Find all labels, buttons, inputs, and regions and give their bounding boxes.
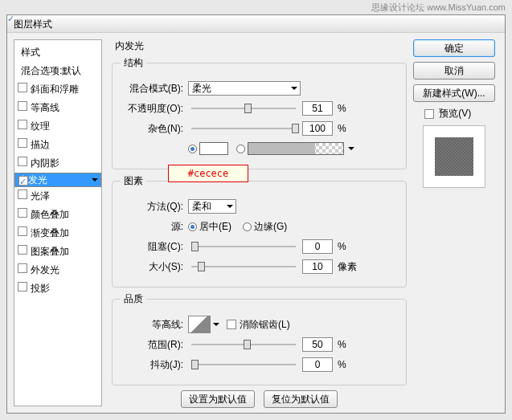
choke-slider[interactable] [191,246,296,247]
sidebar-checkbox[interactable] [18,120,27,129]
choke-input[interactable]: 0 [302,239,333,254]
color-callout: #cecece [168,165,248,182]
sidebar-item-2[interactable]: 纹理 [14,117,101,136]
sidebar-heading-blend[interactable]: 混合选项:默认 [14,62,101,80]
sidebar-item-label: 描边 [31,139,50,150]
titlebar: 图层样式 [7,15,505,33]
group-elements: 图素 方法(Q): 柔和 源: 居中(E) 边缘(G) 阻塞(C): 0 % [112,174,407,287]
sidebar-item-0[interactable]: 斜面和浮雕 [14,80,101,99]
sidebar-item-label: 投影 [31,283,50,294]
legend-quality: 品质 [121,292,146,306]
ok-button[interactable]: 确定 [413,39,495,57]
sidebar-checkbox[interactable] [18,83,27,92]
sidebar-checkbox[interactable] [18,176,28,186]
pct-unit: % [338,241,346,252]
pct-unit: % [338,359,346,370]
preview-box [423,125,485,188]
sidebar-checkbox[interactable] [18,208,27,218]
sidebar-checkbox[interactable] [18,226,27,236]
pct-unit: % [338,339,346,350]
sidebar-checkbox[interactable] [18,282,27,292]
gradient-picker[interactable] [248,142,344,155]
jitter-slider[interactable] [191,364,296,365]
sidebar-checkbox[interactable] [18,190,27,199]
styles-sidebar: 样式 混合选项:默认 斜面和浮雕等高线纹理描边内阴影内发光光泽颜色叠加渐变叠加图… [14,39,102,406]
source-edge-label[interactable]: 边缘(G) [254,220,287,234]
sidebar-item-5[interactable]: 内发光 [14,173,101,187]
source-center-label[interactable]: 居中(E) [199,220,231,234]
antialias-checkbox[interactable] [227,320,236,329]
sidebar-item-label: 渐变叠加 [31,227,69,239]
size-input[interactable]: 10 [302,259,333,274]
sidebar-item-9[interactable]: 图案叠加 [14,243,101,261]
size-label: 大小(S): [121,260,183,274]
sidebar-item-label: 颜色叠加 [31,209,69,220]
opacity-label: 不透明度(O): [121,102,183,116]
sidebar-heading-styles: 样式 [14,43,101,62]
sidebar-item-label: 纹理 [31,120,50,132]
sidebar-item-8[interactable]: 渐变叠加 [14,224,101,243]
right-panel: 确定 取消 新建样式(W)... 预览(V) [410,39,498,406]
source-label: 源: [121,220,183,234]
contour-label: 等高线: [121,318,183,332]
sidebar-item-label: 等高线 [31,102,59,113]
technique-label: 方法(Q): [121,200,183,214]
color-radio[interactable] [188,145,197,153]
sidebar-item-label: 内阴影 [31,157,59,169]
jitter-label: 抖动(J): [121,358,183,372]
size-slider[interactable] [191,266,296,267]
source-center-radio[interactable] [188,222,197,231]
sidebar-item-3[interactable]: 描边 [14,136,101,154]
sidebar-item-7[interactable]: 颜色叠加 [14,206,101,224]
sidebar-item-6[interactable]: 光泽 [14,187,101,206]
watermark: 思缘设计论坛 www.MissYuan.com [371,2,506,14]
sidebar-checkbox[interactable] [18,101,27,111]
blend-mode-select[interactable]: 柔光 [188,81,301,96]
sidebar-item-label: 图案叠加 [31,246,69,257]
sidebar-item-label: 光泽 [31,190,50,202]
reset-default-button[interactable]: 复位为默认值 [264,390,338,408]
opacity-input[interactable]: 51 [302,101,333,116]
opacity-slider[interactable] [191,108,296,109]
legend-structure: 结构 [121,56,146,70]
panel-title: 内发光 [115,39,407,53]
color-well[interactable] [199,142,228,155]
pct-unit: % [338,123,346,134]
sidebar-item-11[interactable]: 投影 [14,279,101,298]
main-panel: 内发光 结构 混合模式(B): 柔光 不透明度(O): 51 % 杂色(N): … [109,39,410,406]
legend-elements: 图素 [121,174,146,188]
range-slider[interactable] [191,344,296,345]
sidebar-checkbox[interactable] [18,138,27,148]
noise-input[interactable]: 100 [302,121,333,136]
px-unit: 像素 [338,260,357,274]
range-label: 范围(R): [121,338,183,352]
gradient-radio[interactable] [236,145,245,153]
set-default-button[interactable]: 设置为默认值 [181,390,255,408]
antialias-label[interactable]: 消除锯齿(L) [240,318,290,332]
sidebar-item-label: 外发光 [31,264,59,275]
sidebar-item-10[interactable]: 外发光 [14,261,101,279]
jitter-input[interactable]: 0 [302,357,333,372]
sidebar-item-1[interactable]: 等高线 [14,99,101,117]
range-input[interactable]: 50 [302,337,333,352]
pct-unit: % [338,103,346,114]
preview-swatch [435,137,473,176]
source-edge-radio[interactable] [243,222,252,231]
group-structure: 结构 混合模式(B): 柔光 不透明度(O): 51 % 杂色(N): 100 … [112,56,407,169]
noise-slider[interactable] [191,128,296,129]
preview-checkbox[interactable] [424,109,434,119]
sidebar-item-label: 斜面和浮雕 [31,84,79,95]
cancel-button[interactable]: 取消 [413,62,495,80]
contour-picker[interactable] [188,316,211,333]
blend-mode-label: 混合模式(B): [121,82,183,96]
technique-select[interactable]: 柔和 [188,199,236,214]
preview-label[interactable]: 预览(V) [439,108,471,119]
new-style-button[interactable]: 新建样式(W)... [413,84,495,102]
sidebar-checkbox[interactable] [18,263,27,273]
layer-style-dialog: 图层样式 样式 混合选项:默认 斜面和浮雕等高线纹理描边内阴影内发光光泽颜色叠加… [6,14,506,414]
sidebar-checkbox[interactable] [18,157,27,166]
group-quality: 品质 等高线: 消除锯齿(L) 范围(R): 50 % 抖动(J): [112,292,407,385]
noise-label: 杂色(N): [121,122,183,136]
sidebar-item-4[interactable]: 内阴影 [14,154,101,173]
sidebar-checkbox[interactable] [18,245,27,255]
